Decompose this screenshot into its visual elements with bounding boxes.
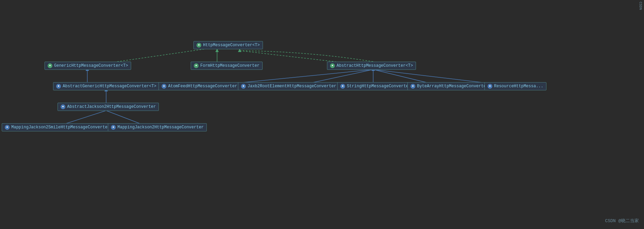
label-Jaxb2RootElementHttpMessageConverter: Jaxb2RootElementHttpMessageConverter bbox=[248, 84, 336, 89]
label-MappingJackson2SmileHttpMessageConverter: MappingJackson2SmileHttpMessageConverter bbox=[11, 125, 110, 130]
node-AtomFeedHttpMessageConverter[interactable]: ● AtomFeedHttpMessageConverter bbox=[159, 82, 240, 90]
node-MappingJackson2HttpMessageConverter[interactable]: ● MappingJackson2HttpMessageConverter bbox=[108, 123, 207, 131]
label-AtomFeedHttpMessageConverter: AtomFeedHttpMessageConverter bbox=[168, 84, 237, 89]
icon-AbstractHttpMessageConverter: ● bbox=[330, 63, 335, 68]
diagram-container: ● HttpMessageConverter<T> ● GenericHttpM… bbox=[0, 0, 644, 229]
sidebar-label: CSDN bbox=[637, 0, 644, 12]
label-StringHttpMessageConverter: StringHttpMessageConverter bbox=[347, 84, 411, 89]
icon-AbstractJackson2HttpMessageConverter: ● bbox=[61, 104, 65, 109]
icon-ByteArrayHttpMessageConverter: ● bbox=[411, 84, 415, 89]
icon-ResourceHttpMessageConverter: ● bbox=[488, 84, 492, 89]
arrows-svg bbox=[0, 0, 644, 229]
label-AbstractHttpMessageConverter: AbstractHttpMessageConverter<T> bbox=[337, 63, 413, 68]
label-MappingJackson2HttpMessageConverter: MappingJackson2HttpMessageConverter bbox=[117, 125, 204, 130]
label-AbstractGenericHttpMessageConverter: AbstractGenericHttpMessageConverter<T> bbox=[63, 84, 156, 89]
node-ByteArrayHttpMessageConverter[interactable]: ● ByteArrayHttpMessageConverter bbox=[407, 82, 492, 90]
label-AbstractJackson2HttpMessageConverter: AbstractJackson2HttpMessageConverter bbox=[67, 104, 156, 109]
label-ByteArrayHttpMessageConverter: ByteArrayHttpMessageConverter bbox=[417, 84, 489, 89]
node-MappingJackson2SmileHttpMessageConverter[interactable]: ● MappingJackson2SmileHttpMessageConvert… bbox=[2, 123, 113, 131]
icon-FormHttpMessageConverter: ● bbox=[194, 63, 199, 68]
node-AbstractGenericHttpMessageConverter[interactable]: ● AbstractGenericHttpMessageConverter<T> bbox=[53, 82, 160, 90]
label-HttpMessageConverter: HttpMessageConverter<T> bbox=[203, 43, 260, 48]
icon-GenericHttpMessageConverter: ● bbox=[48, 63, 52, 68]
icon-MappingJackson2SmileHttpMessageConverter: ● bbox=[5, 125, 10, 130]
node-AbstractJackson2HttpMessageConverter[interactable]: ● AbstractJackson2HttpMessageConverter bbox=[58, 103, 159, 111]
icon-Jaxb2RootElementHttpMessageConverter: ● bbox=[241, 84, 246, 89]
node-StringHttpMessageConverter[interactable]: ● StringHttpMessageConverter bbox=[337, 82, 414, 90]
icon-AtomFeedHttpMessageConverter: ● bbox=[162, 84, 166, 89]
node-ResourceHttpMessageConverter[interactable]: ● ResourceHttpMessa... bbox=[484, 82, 546, 90]
icon-AbstractGenericHttpMessageConverter: ● bbox=[56, 84, 61, 89]
label-ResourceHttpMessageConverter: ResourceHttpMessa... bbox=[494, 84, 543, 89]
node-FormHttpMessageConverter[interactable]: ● FormHttpMessageConverter bbox=[191, 62, 263, 70]
icon-StringHttpMessageConverter: ● bbox=[340, 84, 345, 89]
node-HttpMessageConverter[interactable]: ● HttpMessageConverter<T> bbox=[193, 41, 263, 49]
icon-HttpMessageConverter: ● bbox=[197, 43, 201, 48]
icon-MappingJackson2HttpMessageConverter: ● bbox=[111, 125, 116, 130]
label-FormHttpMessageConverter: FormHttpMessageConverter bbox=[200, 63, 260, 68]
watermark: CSDN @晓二当家 bbox=[605, 218, 639, 224]
label-GenericHttpMessageConverter: GenericHttpMessageConverter<T> bbox=[54, 63, 128, 68]
node-Jaxb2RootElementHttpMessageConverter[interactable]: ● Jaxb2RootElementHttpMessageConverter bbox=[238, 82, 339, 90]
node-GenericHttpMessageConverter[interactable]: ● GenericHttpMessageConverter<T> bbox=[45, 62, 131, 70]
node-AbstractHttpMessageConverter[interactable]: ● AbstractHttpMessageConverter<T> bbox=[327, 62, 416, 70]
